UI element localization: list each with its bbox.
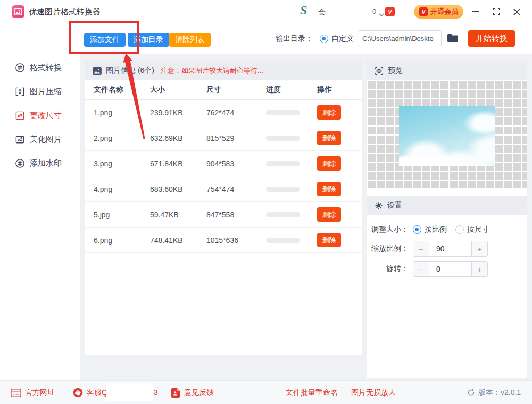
by-ratio-label[interactable]: 按比例	[425, 225, 447, 234]
sidebar-item-watermark[interactable]: 添加水印	[0, 152, 80, 175]
qq-number-partial: 3	[154, 381, 158, 404]
delete-button[interactable]: 删除	[317, 131, 341, 145]
rotate-value[interactable]: 0	[429, 262, 471, 276]
rotate-stepper: − 0 +	[413, 261, 488, 277]
vip-badge-icon[interactable]: V	[385, 7, 395, 16]
open-membership-button[interactable]: V 开通会员	[414, 5, 463, 19]
file-size: 671.84KB	[150, 159, 206, 168]
feedback-link[interactable]: 意见反馈	[171, 381, 214, 404]
app-title: 优速图片格式转换器	[29, 0, 101, 23]
progress-bar	[266, 212, 300, 217]
by-ratio-radio[interactable]	[413, 225, 421, 234]
resize-icon	[15, 111, 25, 121]
scale-value[interactable]: 90	[429, 241, 471, 256]
chevron-down-icon[interactable]	[379, 10, 384, 19]
scale-stepper: − 90 +	[413, 241, 488, 257]
progress-bar	[266, 161, 300, 166]
member-dropdown-value[interactable]: 0	[372, 0, 376, 23]
file-name: 3.png	[94, 159, 150, 168]
sidebar-item-resize[interactable]: 更改尺寸	[0, 104, 80, 128]
toolbar: 添加文件 添加目录 清除列表 输出目录： 自定义 开始转换	[0, 23, 532, 54]
sidebar-item-label: 美化图片	[30, 134, 62, 145]
app-window: 优速图片格式转换器 S 会 0 V V 开通会员 添加文件 添加目录 清除列表 …	[0, 0, 532, 404]
sidebar-item-label: 图片压缩	[30, 87, 62, 97]
minimize-button[interactable]	[467, 0, 483, 23]
settings-header: 设置	[367, 196, 527, 215]
output-path-input[interactable]	[358, 30, 442, 46]
add-folder-button[interactable]: 添加目录	[128, 33, 169, 47]
start-convert-button[interactable]: 开始转换	[468, 30, 515, 47]
delete-button[interactable]: 删除	[317, 233, 341, 247]
delete-button[interactable]: 删除	[317, 156, 341, 171]
col-size: 大小	[150, 85, 206, 95]
output-dir-label: 输出目录：	[276, 23, 313, 54]
sidebar-item-beautify[interactable]: 美化图片	[0, 128, 80, 152]
table-row: 1.png 239.91KB 762*474 删除	[85, 100, 362, 125]
delete-button[interactable]: 删除	[317, 105, 341, 120]
file-size: 632.69KB	[150, 134, 206, 142]
preview-image	[399, 106, 495, 166]
feedback-doc-icon	[171, 388, 180, 398]
custom-output-radio[interactable]	[320, 35, 328, 43]
table-row: 2.png 632.69KB 815*529 删除	[85, 125, 362, 151]
vip-icon: V	[419, 7, 428, 16]
rotate-row: 旋转： − 0 +	[367, 261, 527, 277]
file-dimensions: 847*558	[206, 211, 266, 219]
custom-output-label[interactable]: 自定义	[331, 23, 354, 54]
refresh-icon	[467, 389, 475, 397]
customer-service-link[interactable]: 客服Q	[73, 381, 107, 404]
scale-increase-button[interactable]: +	[471, 241, 487, 256]
preview-settings-panel: 预览 设置 调整大小： 按比例 按尺寸 缩放比例：	[367, 61, 527, 378]
official-site-label: 官方网址	[25, 388, 55, 398]
image-info-icon	[93, 67, 102, 75]
scale-decrease-button[interactable]: −	[413, 241, 429, 256]
rotate-label: 旋转：	[367, 264, 409, 274]
col-filename: 文件名称	[94, 85, 150, 95]
progress-bar	[266, 187, 300, 192]
by-size-label[interactable]: 按尺寸	[467, 225, 489, 234]
delete-button[interactable]: 删除	[317, 207, 341, 222]
file-dimensions: 815*529	[206, 134, 266, 142]
redaction-box	[106, 383, 153, 401]
delete-button[interactable]: 删除	[317, 182, 341, 196]
sidebar-item-format-convert[interactable]: 格式转换	[0, 56, 80, 80]
table-header-row: 文件名称 大小 尺寸 进度 操作	[85, 80, 362, 100]
redaction-box	[326, 3, 371, 20]
file-name: 1.png	[94, 108, 150, 117]
file-dimensions: 762*474	[206, 108, 266, 117]
batch-rename-link[interactable]: 文件批量重命名	[286, 381, 338, 404]
file-name: 4.png	[94, 185, 150, 193]
file-name: 2.png	[94, 134, 150, 142]
settings-body: 调整大小： 按比例 按尺寸 缩放比例： − 90 + 旋转：	[367, 215, 527, 277]
sidebar-item-compress[interactable]: 图片压缩	[0, 80, 80, 104]
rotate-increase-button[interactable]: +	[471, 262, 487, 276]
official-site-link[interactable]: .com 官方网址	[11, 381, 55, 404]
browse-folder-icon[interactable]	[447, 33, 459, 44]
version-info: 版本：v2.0.1	[467, 381, 521, 404]
scale-label: 缩放比例：	[367, 244, 409, 254]
progress-bar	[266, 136, 300, 141]
feedback-label: 意见反馈	[184, 388, 214, 398]
app-logo-icon	[12, 5, 24, 18]
maximize-button[interactable]	[488, 0, 504, 23]
svg-text:.com: .com	[13, 392, 20, 395]
maximize-icon	[493, 8, 500, 15]
close-button[interactable]	[509, 0, 525, 23]
clear-list-button[interactable]: 清除列表	[169, 33, 211, 47]
sidebar-item-label: 更改尺寸	[30, 111, 62, 121]
rotate-decrease-button[interactable]: −	[413, 262, 429, 276]
lossless-enlarge-label: 图片无损放大	[351, 388, 396, 398]
file-size: 59.47KB	[150, 211, 206, 219]
footer: .com 官方网址 客服Q 3 意见反馈 文件批量重命名 图片无损放大 版本：v…	[0, 380, 532, 404]
beautify-icon	[15, 134, 25, 145]
settings-title: 设置	[387, 201, 402, 211]
by-size-radio[interactable]	[455, 225, 464, 234]
progress-bar	[266, 110, 300, 115]
minimize-icon	[472, 11, 479, 12]
preview-header: 预览	[367, 61, 527, 80]
main-area: 格式转换 图片压缩 更改尺寸 美化图片 添加水印 图片信息	[0, 54, 532, 380]
table-row: 3.png 671.84KB 904*583 删除	[85, 151, 362, 176]
file-list-header: 图片信息 (6个) 注意：如果图片较大请耐心等待...	[85, 61, 362, 80]
lossless-enlarge-link[interactable]: 图片无损放大	[351, 381, 396, 404]
add-files-button[interactable]: 添加文件	[84, 33, 126, 47]
